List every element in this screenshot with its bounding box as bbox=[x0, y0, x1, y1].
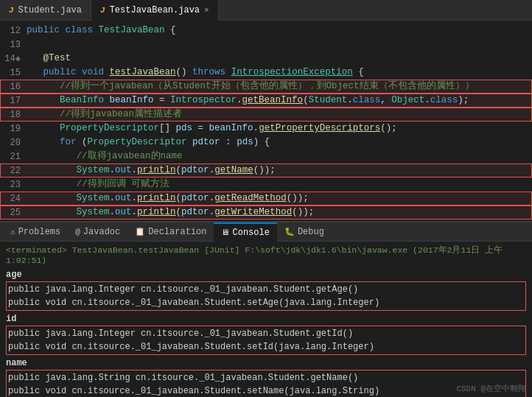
line-num-13: 13 bbox=[0, 40, 27, 50]
line-num-16: 16 bbox=[0, 82, 27, 92]
line-num-18: 18 bbox=[0, 110, 27, 120]
code-content-17: BeanInfo beanInfo = Introspector.getBean… bbox=[27, 94, 532, 108]
code-content-20: for (PropertyDescriptor pdtor : pds) { bbox=[27, 136, 532, 150]
code-content-19: PropertyDescriptor[] pds = beanInfo.getP… bbox=[27, 122, 532, 136]
bottom-tab-bar: ⚠ Problems @ Javadoc 📋 Declaration 🖥 Con… bbox=[0, 222, 532, 242]
debug-icon: 🐛 bbox=[284, 227, 295, 236]
code-container: 12 public class TestJavaBean { 13 14◈ @T… bbox=[0, 21, 532, 221]
tab-student[interactable]: J Student.java bbox=[0, 0, 91, 21]
line-num-23: 23 bbox=[0, 180, 27, 190]
section-age-line1: public java.lang.Integer cn.itsource._01… bbox=[8, 283, 524, 296]
code-content-14: @Test bbox=[27, 52, 532, 66]
declaration-icon: 📋 bbox=[135, 227, 145, 236]
code-line-20: 20 for (PropertyDescriptor pdtor : pds) … bbox=[0, 136, 532, 150]
line-num-12: 12 bbox=[0, 26, 27, 36]
line-num-25: 25 bbox=[0, 208, 27, 218]
code-line-12: 12 public class TestJavaBean { bbox=[0, 24, 532, 38]
line-num-15: 15 bbox=[0, 68, 27, 78]
java-icon-2: J bbox=[100, 6, 105, 15]
code-line-22: 22 System.out.println(pdtor.getName()); bbox=[0, 164, 532, 178]
section-age-label: age bbox=[6, 268, 526, 281]
line-num-19: 19 bbox=[0, 124, 27, 134]
tab-problems[interactable]: ⚠ Problems bbox=[3, 222, 68, 242]
code-line-14: 14◈ @Test bbox=[0, 52, 532, 66]
section-age-line2: public void cn.itsource._01_javabean.Stu… bbox=[8, 296, 524, 309]
tab-declaration[interactable]: 📋 Declaration bbox=[127, 222, 214, 242]
section-age: public java.lang.Integer cn.itsource._01… bbox=[6, 281, 526, 311]
code-content-23: //得到回调 可赋方法 bbox=[27, 178, 532, 192]
editor-area: J Student.java J TestJavaBean.java × 12 … bbox=[0, 0, 532, 221]
line-num-22: 22 bbox=[0, 166, 27, 176]
console-output: age public java.lang.Integer cn.itsource… bbox=[6, 268, 526, 397]
code-line-25: 25 System.out.println(pdtor.getWriteMeth… bbox=[0, 205, 532, 219]
code-content-16: //得到一个javabean（从Student开始（包含他的属性），到Objec… bbox=[27, 80, 532, 94]
code-line-15: 15 public void testJavaBean() throws Int… bbox=[0, 66, 532, 80]
code-line-17: 17 BeanInfo beanInfo = Introspector.getB… bbox=[0, 94, 532, 108]
line-num-17: 17 bbox=[0, 96, 27, 106]
code-content-22: System.out.println(pdtor.getName()); bbox=[27, 164, 532, 178]
code-content-25: System.out.println(pdtor.getWriteMethod(… bbox=[27, 205, 532, 219]
code-line-24: 24 System.out.println(pdtor.getReadMetho… bbox=[0, 192, 532, 205]
problems-label: Problems bbox=[18, 227, 61, 237]
line-num-21: 21 bbox=[0, 152, 27, 162]
section-id: public java.lang.Integer cn.itsource._01… bbox=[6, 326, 526, 355]
code-content-26: } bbox=[27, 219, 532, 221]
close-icon[interactable]: × bbox=[204, 6, 209, 15]
code-content-12: public class TestJavaBean { bbox=[27, 24, 532, 38]
tab-javadoc[interactable]: @ Javadoc bbox=[68, 222, 127, 242]
console-icon: 🖥 bbox=[221, 228, 229, 237]
javadoc-label: Javadoc bbox=[83, 227, 120, 237]
line-num-20: 20 bbox=[0, 138, 27, 148]
code-content-24: System.out.println(pdtor.getReadMethod()… bbox=[27, 192, 532, 205]
section-name-line1: public java.lang.String cn.itsource._01_… bbox=[8, 371, 524, 384]
section-name-label: name bbox=[6, 356, 526, 370]
declaration-label: Declaration bbox=[148, 227, 206, 237]
section-id-label: id bbox=[6, 312, 526, 326]
section-name-line2: public void cn.itsource._01_javabean.Stu… bbox=[8, 384, 524, 397]
line-num-24: 24 bbox=[0, 194, 27, 204]
code-line-13: 13 bbox=[0, 38, 532, 52]
code-line-23: 23 //得到回调 可赋方法 bbox=[0, 178, 532, 192]
code-line-16: 16 //得到一个javabean（从Student开始（包含他的属性），到Ob… bbox=[0, 80, 532, 94]
problems-icon: ⚠ bbox=[10, 227, 15, 236]
section-id-line2: public void cn.itsource._01_javabean.Stu… bbox=[8, 340, 524, 354]
debug-label: Debug bbox=[298, 227, 324, 237]
watermark: CSDN @在空中翱翔 bbox=[456, 383, 526, 394]
code-line-21: 21 //取得javabean的name bbox=[0, 150, 532, 164]
code-line-19: 19 PropertyDescriptor[] pds = beanInfo.g… bbox=[0, 122, 532, 136]
javadoc-icon: @ bbox=[75, 228, 80, 236]
section-id-line1: public java.lang.Integer cn.itsource._01… bbox=[8, 327, 524, 340]
tab-student-label: Student.java bbox=[18, 5, 82, 15]
code-content-21: //取得javabean的name bbox=[27, 150, 532, 164]
tab-console[interactable]: 🖥 Console bbox=[214, 222, 276, 242]
code-content-18: //得到javabean属性描述者 bbox=[27, 108, 532, 122]
line-num-14: 14◈ bbox=[0, 53, 27, 64]
code-line-18: 18 //得到javabean属性描述者 bbox=[0, 108, 532, 122]
console-label: Console bbox=[232, 228, 269, 238]
tab-testjavabean[interactable]: J TestJavaBean.java × bbox=[91, 0, 219, 21]
tab-debug[interactable]: 🐛 Debug bbox=[277, 222, 332, 242]
tab-bar: J Student.java J TestJavaBean.java × bbox=[0, 0, 532, 21]
section-name: public java.lang.String cn.itsource._01_… bbox=[6, 370, 526, 397]
tab-testjavabean-label: TestJavaBean.java bbox=[110, 5, 200, 15]
code-content-15: public void testJavaBean() throws Intros… bbox=[27, 66, 532, 80]
console-area: <terminated> TestJavaBean.testJavaBean [… bbox=[0, 242, 532, 397]
bottom-panel: ⚠ Problems @ Javadoc 📋 Declaration 🖥 Con… bbox=[0, 221, 532, 397]
java-icon: J bbox=[9, 6, 14, 15]
console-header: <terminated> TestJavaBean.testJavaBean [… bbox=[6, 245, 526, 265]
code-line-26: 26 } bbox=[0, 219, 532, 221]
